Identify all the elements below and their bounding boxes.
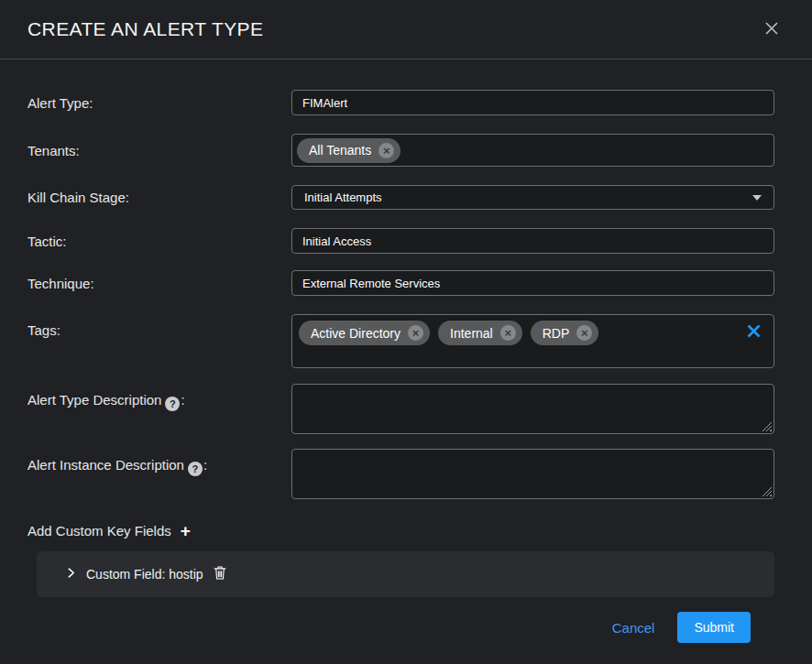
create-alert-type-modal: CREATE AN ALERT TYPE Alert Type: Tenants… — [0, 0, 812, 664]
custom-key-fields-section: Add Custom Key Fields + — [27, 522, 774, 539]
modal-header: CREATE AN ALERT TYPE — [0, 0, 812, 60]
tenant-chip-label: All Tenants — [309, 143, 371, 158]
tag-chip-remove-icon[interactable]: × — [576, 325, 592, 341]
trash-icon — [213, 565, 227, 583]
custom-field-row[interactable]: Custom Field: hostip — [37, 551, 774, 597]
tags-clear-button[interactable] — [746, 323, 762, 342]
tenants-input[interactable]: All Tenants × — [291, 134, 774, 167]
technique-input[interactable] — [291, 270, 774, 296]
row-tactic: Tactic: — [27, 228, 774, 254]
alert-type-description-label: Alert Type Description?: — [27, 384, 291, 411]
row-tenants: Tenants: All Tenants × — [27, 134, 774, 167]
row-alert-instance-description: Alert Instance Description?: — [27, 449, 774, 499]
modal-title: CREATE AN ALERT TYPE — [27, 18, 263, 40]
kill-chain-stage-select[interactable]: Initial Attempts — [291, 185, 774, 210]
tag-chip: RDP × — [531, 321, 599, 345]
alert-type-form: Alert Type: Tenants: All Tenants × Kill … — [0, 60, 812, 643]
modal-footer: Cancel Submit — [27, 612, 774, 643]
clear-x-icon — [746, 323, 762, 342]
row-tags: Tags: Active Directory × Internal × RDP … — [27, 314, 774, 368]
technique-label: Technique: — [27, 276, 291, 291]
tenant-chip-remove-icon[interactable]: × — [379, 143, 394, 158]
row-alert-type-description: Alert Type Description?: — [27, 384, 774, 434]
alert-instance-description-label: Alert Instance Description?: — [27, 449, 291, 476]
tag-chip-label: Internal — [450, 326, 493, 341]
chevron-down-icon — [752, 195, 762, 201]
add-custom-key-fields-label: Add Custom Key Fields — [27, 523, 171, 539]
alert-type-label: Alert Type: — [27, 95, 291, 111]
tenants-label: Tenants: — [27, 143, 291, 158]
tag-chip-remove-icon[interactable]: × — [408, 325, 423, 341]
close-button[interactable] — [761, 17, 783, 42]
add-custom-field-button[interactable]: + — [181, 522, 191, 539]
expand-custom-field-button[interactable] — [65, 566, 77, 582]
alert-instance-description-input[interactable] — [291, 449, 774, 499]
help-icon[interactable]: ? — [165, 397, 180, 411]
tag-chip-remove-icon[interactable]: × — [500, 325, 516, 341]
close-icon — [763, 19, 781, 40]
tag-chip-label: RDP — [543, 326, 570, 341]
kill-chain-stage-label: Kill Chain Stage: — [27, 190, 291, 205]
plus-icon: + — [181, 521, 191, 540]
tags-label: Tags: — [27, 314, 291, 338]
tags-input[interactable]: Active Directory × Internal × RDP × — [291, 314, 774, 368]
tenant-chip: All Tenants × — [297, 138, 401, 163]
cancel-button[interactable]: Cancel — [612, 620, 655, 636]
chevron-right-icon — [65, 566, 77, 582]
tag-chip: Internal × — [438, 321, 522, 345]
delete-custom-field-button[interactable] — [213, 565, 227, 583]
kill-chain-stage-value: Initial Attempts — [304, 190, 382, 204]
tactic-input[interactable] — [291, 228, 774, 254]
row-kill-chain-stage: Kill Chain Stage: Initial Attempts — [27, 185, 774, 210]
tag-chip: Active Directory × — [299, 321, 430, 345]
alert-type-description-input[interactable] — [291, 384, 774, 434]
tactic-label: Tactic: — [27, 234, 291, 249]
tag-chip-label: Active Directory — [311, 326, 401, 341]
row-technique: Technique: — [27, 270, 774, 296]
submit-button[interactable]: Submit — [677, 612, 751, 643]
help-icon[interactable]: ? — [188, 462, 203, 476]
custom-field-label: Custom Field: hostip — [86, 567, 203, 582]
alert-type-input[interactable] — [291, 90, 774, 115]
row-alert-type: Alert Type: — [27, 90, 774, 115]
